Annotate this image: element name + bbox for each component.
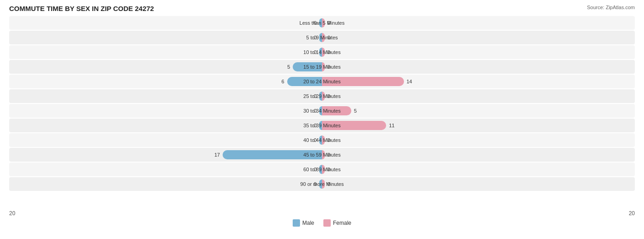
female-bar	[322, 150, 325, 159]
chart-title: COMMUTE TIME BY SEX IN ZIP CODE 24272	[9, 5, 154, 12]
right-section: 0	[322, 16, 635, 30]
male-value-label: 17	[214, 152, 220, 158]
female-value-label: 0	[327, 152, 330, 158]
title-row: COMMUTE TIME BY SEX IN ZIP CODE 24272 So…	[9, 5, 635, 12]
right-section: 0	[322, 148, 635, 162]
axis-left: 20	[9, 210, 15, 217]
male-value-label: 5	[287, 64, 290, 70]
bar-row: 05 to 9 Minutes0	[9, 31, 635, 44]
bar-row: 090 or more Minutes0	[9, 177, 635, 191]
right-section: 0	[322, 89, 635, 103]
female-swatch	[323, 219, 331, 227]
female-bar	[322, 77, 404, 86]
left-section: 0	[9, 119, 322, 132]
bar-row: 025 to 29 Minutes0	[9, 89, 635, 103]
legend-row: Male Female	[9, 219, 635, 227]
male-bar	[293, 62, 322, 71]
right-section: 0	[322, 31, 635, 44]
female-bar	[322, 121, 386, 130]
female-bar	[322, 62, 325, 71]
source-text: Source: ZipAtlas.com	[587, 5, 635, 10]
female-value-label: 0	[327, 49, 330, 55]
male-value-label: 0	[314, 20, 317, 26]
right-section: 0	[322, 60, 635, 74]
right-section: 0	[322, 163, 635, 176]
right-section: 0	[322, 177, 635, 191]
female-bar	[322, 48, 325, 57]
female-value-label: 5	[354, 108, 357, 114]
left-section: 17	[9, 148, 322, 162]
bar-row: 040 to 44 Minutes0	[9, 133, 635, 147]
chart-container: COMMUTE TIME BY SEX IN ZIP CODE 24272 So…	[0, 0, 644, 239]
left-section: 5	[9, 60, 322, 74]
male-value-label: 0	[314, 35, 317, 40]
axis-right: 20	[629, 210, 635, 217]
male-value-label: 0	[314, 93, 317, 99]
male-value-label: 0	[314, 137, 317, 143]
right-section: 0	[322, 45, 635, 59]
female-value-label: 0	[327, 167, 330, 172]
female-bar	[322, 18, 325, 27]
left-section: 0	[9, 177, 322, 191]
left-section: 0	[9, 104, 322, 118]
left-section: 0	[9, 31, 322, 44]
legend-male: Male	[293, 219, 314, 227]
female-bar	[322, 136, 325, 145]
bar-row: 010 to 14 Minutes0	[9, 45, 635, 59]
female-value-label: 0	[327, 181, 330, 187]
male-swatch	[293, 219, 300, 227]
left-section: 0	[9, 133, 322, 147]
male-value-label: 0	[314, 181, 317, 187]
bar-row: 060 to 89 Minutes0	[9, 163, 635, 176]
female-bar	[322, 92, 325, 101]
female-value-label: 0	[327, 93, 330, 99]
bar-row: 620 to 24 Minutes14	[9, 75, 635, 88]
axis-row: 20 20	[9, 210, 635, 217]
left-section: 0	[9, 163, 322, 176]
female-value-label: 0	[327, 35, 330, 40]
female-value-label: 0	[327, 20, 330, 26]
bar-row: 515 to 19 Minutes0	[9, 60, 635, 74]
legend-female: Female	[323, 219, 351, 227]
bar-row: 035 to 39 Minutes11	[9, 119, 635, 132]
female-value-label: 14	[407, 79, 412, 84]
right-section: 0	[322, 133, 635, 147]
right-section: 5	[322, 104, 635, 118]
bar-row: 0Less than 5 Minutes0	[9, 16, 635, 30]
left-section: 0	[9, 89, 322, 103]
bar-row: 1745 to 59 Minutes0	[9, 148, 635, 162]
female-value-label: 0	[327, 64, 330, 70]
right-section: 11	[322, 119, 635, 132]
left-section: 0	[9, 16, 322, 30]
female-bar	[322, 106, 351, 115]
left-section: 6	[9, 75, 322, 88]
male-bar	[287, 77, 322, 86]
male-label: Male	[302, 220, 314, 226]
male-bar	[223, 150, 322, 159]
female-bar	[322, 165, 325, 174]
bar-row: 030 to 34 Minutes5	[9, 104, 635, 118]
male-value-label: 0	[314, 108, 317, 114]
female-value-label: 0	[327, 137, 330, 143]
female-value-label: 11	[389, 123, 394, 128]
male-value-label: 0	[314, 49, 317, 55]
female-bar	[322, 179, 325, 189]
female-label: Female	[333, 220, 351, 226]
left-section: 0	[9, 45, 322, 59]
male-value-label: 0	[314, 167, 317, 172]
chart-area: 0Less than 5 Minutes005 to 9 Minutes0010…	[9, 16, 635, 208]
right-section: 14	[322, 75, 635, 88]
male-value-label: 0	[314, 123, 317, 128]
male-value-label: 6	[281, 79, 284, 84]
female-bar	[322, 33, 325, 42]
